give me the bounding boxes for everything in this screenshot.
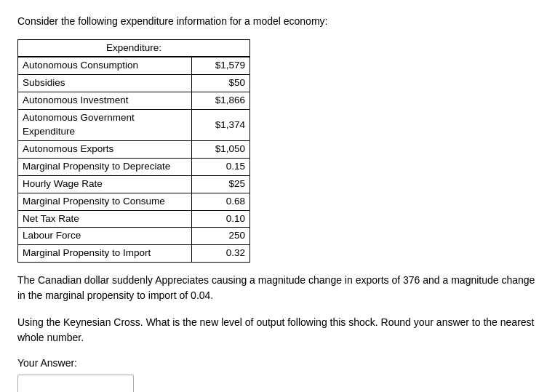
table-row: Autonomous Exports$1,050	[18, 140, 250, 158]
table-cell-label: Autonomous Exports	[18, 140, 192, 158]
intro-text: Consider the following expenditure infor…	[17, 15, 538, 29]
table-cell-value: 250	[192, 228, 250, 245]
table-row: Net Tax Rate0.10	[18, 210, 250, 228]
table-cell-value: $1,579	[192, 57, 250, 75]
description-text: The Canadian dollar suddenly Appreciates…	[17, 273, 538, 303]
table-cell-label: Autonomous Investment	[18, 92, 192, 110]
table-cell-label: Marginal Propensity to Import	[18, 245, 192, 263]
table-cell-value: $25	[192, 175, 250, 193]
table-cell-value: 0.68	[192, 193, 250, 210]
table-cell-label: Marginal Propensity to Consume	[18, 193, 192, 210]
table-cell-value: $50	[192, 75, 250, 92]
table-cell-value: $1,374	[192, 110, 250, 141]
table-cell-label: Marginal Propensity to Depreciate	[18, 158, 192, 175]
expenditure-data-table: Autonomous Consumption$1,579Subsidies$50…	[17, 57, 250, 263]
table-cell-value: 0.10	[192, 210, 250, 228]
table-cell-value: 0.15	[192, 158, 250, 175]
answer-input[interactable]	[17, 375, 134, 392]
table-cell-value: $1,050	[192, 140, 250, 158]
table-row: Labour Force250	[18, 228, 250, 245]
table-row: Marginal Propensity to Consume0.68	[18, 193, 250, 210]
table-cell-label: Net Tax Rate	[18, 210, 192, 228]
table-cell-label: Labour Force	[18, 228, 192, 245]
table-header-row: Expenditure:	[18, 39, 250, 57]
table-row: Marginal Propensity to Depreciate0.15	[18, 158, 250, 175]
table-row: Autonomous Consumption$1,579	[18, 57, 250, 75]
table-cell-value: $1,866	[192, 92, 250, 110]
table-row: Autonomous Investment$1,866	[18, 92, 250, 110]
table-cell-label: Subsidies	[18, 75, 192, 92]
table-row: Subsidies$50	[18, 75, 250, 92]
expenditure-table: Expenditure:	[17, 39, 250, 57]
table-header: Expenditure:	[18, 39, 250, 57]
your-answer-label: Your Answer:	[17, 357, 538, 369]
table-row: Hourly Wage Rate$25	[18, 175, 250, 193]
table-cell-label: Hourly Wage Rate	[18, 175, 192, 193]
table-row: Marginal Propensity to Import0.32	[18, 245, 250, 263]
question-text: Using the Keynesian Cross. What is the n…	[17, 315, 538, 345]
table-cell-label: Autonomous Government Expenditure	[18, 110, 192, 141]
table-cell-value: 0.32	[192, 245, 250, 263]
table-cell-label: Autonomous Consumption	[18, 57, 192, 75]
table-row: Autonomous Government Expenditure$1,374	[18, 110, 250, 141]
